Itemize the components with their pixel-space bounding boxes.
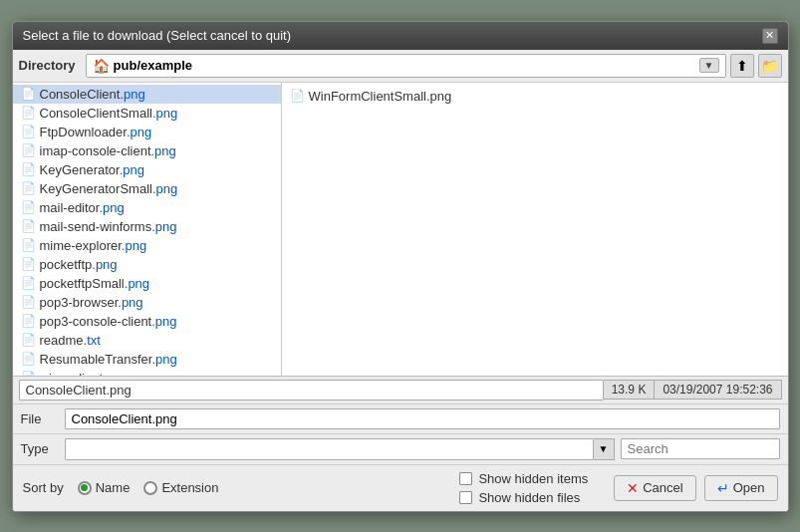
file-item-name: ConsoleClient.png xyxy=(40,87,145,102)
file-item-icon: 📄 xyxy=(21,143,36,157)
show-hidden-files-box xyxy=(459,491,472,504)
status-size: 13.9 K xyxy=(604,380,656,399)
file-input[interactable] xyxy=(65,408,780,429)
preview-area: 📄 WinFormClientSmall.png xyxy=(282,83,788,376)
list-item[interactable]: 📄pocketftpSmall.png xyxy=(13,274,281,293)
type-field-row: Type ▼ xyxy=(13,434,788,465)
file-download-dialog: Select a file to download (Select cancel… xyxy=(12,21,789,512)
file-item-name: pocketftp.png xyxy=(40,257,118,272)
file-item-name: winceclient.png xyxy=(40,371,129,376)
type-dropdown-button[interactable]: ▼ xyxy=(594,438,615,460)
file-item-icon: 📄 xyxy=(21,125,36,138)
file-field-row: File xyxy=(13,404,788,434)
file-item-icon: 📄 xyxy=(21,219,36,233)
status-date: 03/19/2007 19:52:36 xyxy=(655,380,781,399)
file-item-icon: 📄 xyxy=(21,333,36,347)
dialog-title: Select a file to download (Select cancel… xyxy=(23,28,292,43)
file-item-name: KeyGenerator.png xyxy=(40,162,145,177)
file-item-icon: 📄 xyxy=(21,314,36,328)
sort-by-label: Sort by xyxy=(23,480,64,495)
file-item-name: pocketftpSmall.png xyxy=(40,276,150,291)
list-item[interactable]: 📄FtpDownloader.png xyxy=(13,123,281,141)
open-icon: ↵ xyxy=(717,480,729,496)
action-buttons: ✕ Cancel ↵ Open xyxy=(614,475,777,501)
directory-label: Directory xyxy=(19,58,76,73)
list-item[interactable]: 📄winceclient.png xyxy=(13,369,281,376)
sort-extension-radio[interactable]: Extension xyxy=(143,480,218,495)
show-hidden-files-label: Show hidden files xyxy=(478,490,580,505)
file-item-icon: 📄 xyxy=(21,200,36,214)
list-item[interactable]: 📄ConsoleClient.png xyxy=(13,85,281,104)
type-select[interactable] xyxy=(65,438,594,460)
preview-file-icon: 📄 xyxy=(290,89,305,103)
open-label: Open xyxy=(733,480,765,495)
file-item-icon: 📄 xyxy=(21,276,36,290)
list-item[interactable]: 📄KeyGeneratorSmall.png xyxy=(13,179,281,198)
file-item-icon: 📄 xyxy=(21,238,36,252)
list-item[interactable]: 📄KeyGenerator.png xyxy=(13,160,281,179)
list-item[interactable]: 📄mail-send-winforms.png xyxy=(13,217,281,236)
type-label: Type xyxy=(21,441,59,456)
preview-filename: WinFormClientSmall.png xyxy=(309,89,452,104)
file-item-name: ResumableTransfer.png xyxy=(40,352,177,367)
cancel-button[interactable]: ✕ Cancel xyxy=(614,475,695,501)
path-dropdown-button[interactable]: ▼ xyxy=(699,58,719,73)
list-item[interactable]: 📄pocketftp.png xyxy=(13,255,281,274)
list-item[interactable]: 📄ConsoleClientSmall.png xyxy=(13,104,281,123)
sort-name-radio-inner xyxy=(81,484,88,491)
content-area: 📄ConsoleClient.png📄ConsoleClientSmall.pn… xyxy=(13,83,788,377)
file-item-name: FtpDownloader.png xyxy=(40,125,152,139)
file-item-name: KeyGeneratorSmall.png xyxy=(40,181,178,196)
open-button[interactable]: ↵ Open xyxy=(704,475,778,501)
sort-name-radio[interactable]: Name xyxy=(78,480,131,495)
list-item[interactable]: 📄mime-explorer.png xyxy=(13,236,281,255)
file-item-name: pop3-browser.png xyxy=(40,295,143,310)
current-path: pub/example xyxy=(114,58,192,73)
show-hidden-files-checkbox[interactable]: Show hidden files xyxy=(459,490,588,505)
file-item-name: pop3-console-client.png xyxy=(40,314,177,329)
file-label: File xyxy=(21,411,59,426)
directory-toolbar: Directory 🏠 pub/example ▼ ⬆ 📁 xyxy=(13,50,788,83)
file-item-name: mail-send-winforms.png xyxy=(40,219,177,234)
home-icon: 🏠 xyxy=(93,58,110,74)
cancel-label: Cancel xyxy=(643,480,682,495)
file-item-name: mime-explorer.png xyxy=(40,238,147,253)
list-item[interactable]: 📄mail-editor.png xyxy=(13,198,281,217)
preview-item: 📄 WinFormClientSmall.png xyxy=(290,87,780,106)
file-item-icon: 📄 xyxy=(21,371,36,376)
sort-name-radio-outer xyxy=(78,481,92,495)
file-item-icon: 📄 xyxy=(21,295,36,309)
folder-button[interactable]: 📁 xyxy=(758,54,782,78)
sort-name-label: Name xyxy=(96,480,131,495)
sort-extension-radio-outer xyxy=(143,481,157,495)
list-item[interactable]: 📄pop3-console-client.png xyxy=(13,312,281,331)
cancel-icon: ✕ xyxy=(627,480,639,496)
hidden-checkboxes-group: Show hidden items Show hidden files xyxy=(459,471,588,505)
list-item[interactable]: 📄readme.txt xyxy=(13,331,281,350)
file-item-name: imap-console-client.png xyxy=(40,143,176,158)
file-item-icon: 📄 xyxy=(21,162,36,176)
type-search-input[interactable] xyxy=(621,438,780,459)
file-item-icon: 📄 xyxy=(21,181,36,195)
show-hidden-items-label: Show hidden items xyxy=(478,471,588,486)
list-item[interactable]: 📄pop3-browser.png xyxy=(13,293,281,312)
file-item-icon: 📄 xyxy=(21,257,36,271)
file-item-icon: 📄 xyxy=(21,352,36,366)
file-item-name: ConsoleClientSmall.png xyxy=(40,106,178,121)
show-hidden-items-checkbox[interactable]: Show hidden items xyxy=(459,471,588,486)
list-item[interactable]: 📄ResumableTransfer.png xyxy=(13,350,281,369)
file-item-name: mail-editor.png xyxy=(40,200,125,215)
close-button[interactable]: ✕ xyxy=(762,28,778,44)
list-item[interactable]: 📄imap-console-client.png xyxy=(13,141,281,160)
upload-button[interactable]: ⬆ xyxy=(730,54,754,78)
title-bar: Select a file to download (Select cancel… xyxy=(13,22,788,50)
file-item-name: readme.txt xyxy=(40,333,101,348)
status-filename: ConsoleClient.png xyxy=(19,380,604,400)
sort-extension-label: Extension xyxy=(161,480,218,495)
file-list[interactable]: 📄ConsoleClient.png📄ConsoleClientSmall.pn… xyxy=(13,83,282,376)
sort-radio-group: Name Extension xyxy=(78,480,219,495)
status-bar: ConsoleClient.png 13.9 K 03/19/2007 19:5… xyxy=(13,377,788,404)
file-item-icon: 📄 xyxy=(21,87,36,101)
path-bar: 🏠 pub/example ▼ xyxy=(86,54,726,78)
show-hidden-items-box xyxy=(459,472,472,485)
